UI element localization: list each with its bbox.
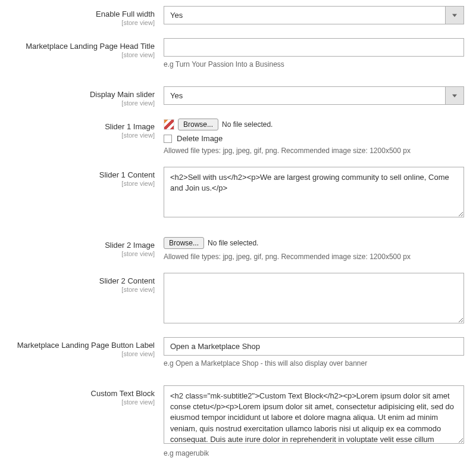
field-col [164, 167, 464, 219]
hint-slider1-image: Allowed file types: jpg, jpeg, gif, png.… [164, 147, 464, 155]
image-thumbnail [164, 119, 174, 130]
select-enable-full-width[interactable]: Yes [164, 6, 464, 24]
field-col: e.g Turn Your Passion Into a Business [164, 38, 464, 68]
file-row: Browse... No file selected. [164, 119, 464, 130]
file-status: No file selected. [222, 120, 273, 129]
scope-label: [store view] [9, 132, 155, 139]
label-col: Marketplace Landing Page Button Label [s… [9, 337, 164, 357]
label-slider2-content: Slider 2 Content [9, 276, 155, 285]
scope-label: [store view] [9, 180, 155, 187]
select-display-main-slider[interactable]: Yes [164, 86, 464, 105]
scope-label: [store view] [9, 51, 155, 58]
label-slider1-image: Slider 1 Image [9, 122, 155, 131]
label-display-main-slider: Display Main slider [9, 90, 155, 99]
label-button-label: Marketplace Landing Page Button Label [9, 341, 155, 350]
label-custom-text-block: Custom Text Block [9, 389, 155, 398]
hint-slider2-image: Allowed file types: jpg, jpeg, gif, png.… [164, 253, 464, 261]
label-slider1-content: Slider 1 Content [9, 170, 155, 179]
svg-marker-1 [452, 94, 457, 97]
scope-label: [store view] [9, 286, 155, 293]
hint-landing-head-title: e.g Turn Your Passion Into a Business [164, 60, 464, 68]
svg-marker-0 [452, 14, 457, 17]
label-landing-head-title: Marketplace Landing Page Head Title [9, 42, 155, 51]
row-display-main-slider: Display Main slider [store view] Yes [9, 86, 467, 107]
row-slider2-image: Slider 2 Image [store view] Browse... No… [9, 237, 467, 261]
label-col: Slider 2 Content [store view] [9, 273, 164, 293]
field-col [164, 273, 464, 325]
delete-image-checkbox[interactable] [164, 135, 172, 143]
select-value: Yes [164, 86, 445, 105]
field-col: e.g Open a Marketplace Shop - this will … [164, 337, 464, 368]
label-col: Slider 1 Image [store view] [9, 119, 164, 139]
browse-button[interactable]: Browse... [178, 119, 218, 130]
label-enable-full-width: Enable Full width [9, 10, 155, 18]
delete-image-label: Delete Image [177, 134, 223, 143]
label-col: Marketplace Landing Page Head Title [sto… [9, 38, 164, 58]
scope-label: [store view] [9, 99, 155, 107]
field-col: e.g magerubik [164, 385, 464, 457]
textarea-custom-text-block[interactable] [164, 385, 464, 444]
scope-label: [store view] [9, 398, 155, 406]
label-slider2-image: Slider 2 Image [9, 241, 155, 250]
label-col: Custom Text Block [store view] [9, 385, 164, 406]
row-slider1-content: Slider 1 Content [store view] [9, 167, 467, 219]
field-col: Browse... No file selected. Allowed file… [164, 237, 464, 261]
delete-image-row: Delete Image [164, 134, 464, 143]
label-col: Enable Full width [store view] [9, 6, 164, 26]
row-button-label: Marketplace Landing Page Button Label [s… [9, 337, 467, 368]
row-custom-text-block: Custom Text Block [store view] e.g mager… [9, 385, 467, 457]
field-col: Yes [164, 6, 464, 24]
file-status: No file selected. [208, 239, 258, 247]
scope-label: [store view] [9, 350, 155, 357]
scope-label: [store view] [9, 250, 155, 257]
row-slider2-content: Slider 2 Content [store view] [9, 273, 467, 325]
label-col: Display Main slider [store view] [9, 86, 164, 107]
scope-label: [store view] [9, 19, 155, 26]
chevron-down-icon[interactable] [445, 86, 464, 105]
label-col: Slider 1 Content [store view] [9, 167, 164, 187]
select-value: Yes [164, 6, 445, 24]
field-col: Browse... No file selected. Delete Image… [164, 119, 464, 155]
chevron-down-icon[interactable] [445, 6, 464, 24]
textarea-slider1-content[interactable] [164, 167, 464, 217]
label-col: Slider 2 Image [store view] [9, 237, 164, 257]
file-row: Browse... No file selected. [164, 237, 464, 249]
row-enable-full-width: Enable Full width [store view] Yes [9, 6, 467, 26]
browse-button[interactable]: Browse... [164, 237, 204, 249]
input-landing-head-title[interactable] [164, 38, 464, 57]
field-col: Yes [164, 86, 464, 105]
hint-button-label: e.g Open a Marketplace Shop - this will … [164, 359, 464, 368]
hint-custom-text-block: e.g magerubik [164, 449, 464, 457]
textarea-slider2-content[interactable] [164, 273, 464, 323]
input-button-label[interactable] [164, 337, 464, 356]
row-landing-head-title: Marketplace Landing Page Head Title [sto… [9, 38, 467, 68]
row-slider1-image: Slider 1 Image [store view] Browse... No… [9, 119, 467, 155]
